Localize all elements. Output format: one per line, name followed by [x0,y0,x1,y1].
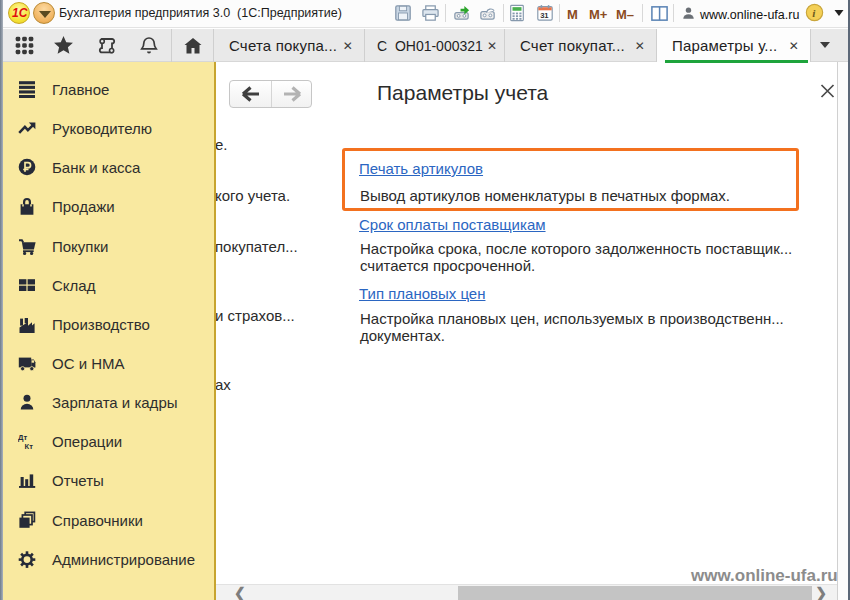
svg-text:Дт: Дт [18,432,27,441]
svg-text:Кт: Кт [25,441,34,449]
svg-text:31: 31 [540,11,549,20]
